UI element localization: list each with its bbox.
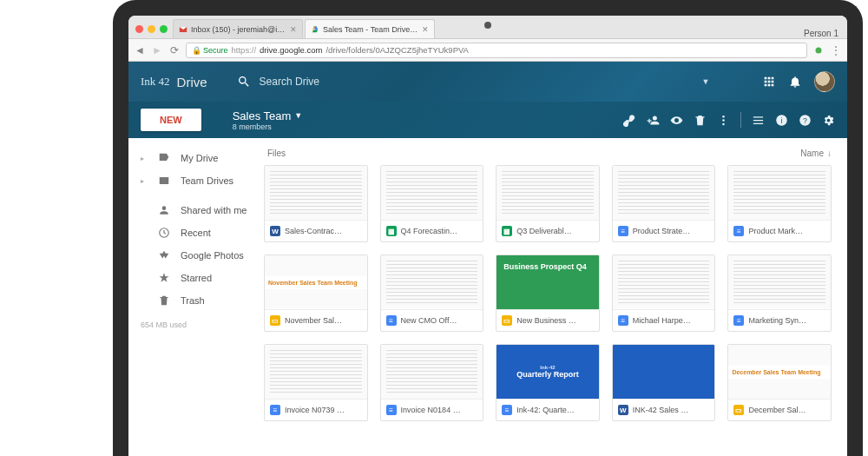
file-card[interactable]: December Sales Team Meeting▭December Sal…: [727, 344, 832, 421]
trash-icon[interactable]: [694, 114, 707, 127]
minimize-window[interactable]: [148, 25, 155, 33]
breadcrumb[interactable]: Sales Team ▼ 8 members: [233, 109, 303, 131]
file-grid: WSales-Contrac…▦Q4 Forecastin…▦Q3 Delive…: [264, 165, 832, 421]
filetype-icon: ≡: [386, 405, 397, 415]
file-thumbnail: [265, 166, 367, 220]
file-card[interactable]: ≡Product Mark…: [727, 165, 832, 242]
lock-icon: 🔒 Secure: [192, 46, 228, 55]
file-caption: ≡Marketing Syn…: [728, 309, 831, 331]
sidebar-item-label: Google Photos: [181, 250, 244, 261]
details-icon[interactable]: i: [775, 114, 788, 127]
brand[interactable]: Ink 42 Drive: [141, 75, 207, 89]
browser-tab-drive[interactable]: Sales Team - Team Drive - Go… ✕: [305, 19, 435, 38]
add-person-icon[interactable]: [647, 114, 660, 127]
search-icon[interactable]: [237, 75, 251, 89]
drive-icon: [311, 25, 319, 34]
file-name: Invoice N0184 …: [401, 406, 461, 414]
sidebar-item-photos[interactable]: Google Photos: [128, 244, 264, 267]
file-card[interactable]: WSales-Contrac…: [264, 165, 368, 242]
file-card[interactable]: ▦Q4 Forecastin…: [380, 165, 484, 242]
search-dropdown-icon[interactable]: ▼: [702, 77, 710, 86]
filetype-icon: ≡: [502, 405, 512, 415]
file-card[interactable]: WINK-42 Sales …: [612, 344, 716, 421]
url-host: drive.google.com: [260, 45, 322, 55]
help-icon[interactable]: ?: [799, 114, 812, 127]
filetype-icon: ≡: [733, 315, 744, 326]
more-icon[interactable]: [717, 114, 730, 127]
search-input[interactable]: [260, 76, 520, 88]
filetype-icon: ≡: [618, 226, 628, 236]
back-button[interactable]: ◄: [134, 44, 146, 56]
storage-usage: 654 MB used: [128, 312, 264, 338]
reload-button[interactable]: ⟳: [168, 44, 181, 56]
file-name: Michael Harpe…: [633, 316, 691, 325]
file-name: New CMO Off…: [401, 316, 457, 325]
star-icon: [158, 272, 170, 284]
file-caption: ▭November Sal…: [265, 309, 367, 331]
file-card[interactable]: ≡Product Strate…: [612, 165, 716, 242]
file-card[interactable]: ≡Marketing Syn…: [727, 254, 832, 332]
file-caption: ≡Invoice N0184 …: [381, 399, 483, 420]
sidebar-item-star[interactable]: Starred: [128, 267, 264, 289]
maximize-window[interactable]: [160, 25, 168, 33]
file-caption: WSales-Contrac…: [265, 220, 367, 241]
file-name: December Sal…: [748, 406, 806, 414]
photos-icon: [158, 249, 170, 261]
sidebar-item-label: Starred: [181, 273, 212, 283]
browser-tab-inbox[interactable]: Inbox (150) - jeremiah@ink-4… ✕: [173, 19, 303, 38]
file-card[interactable]: ≡Michael Harpe…: [612, 254, 716, 332]
file-card[interactable]: November Sales Team Meeting▭November Sal…: [264, 254, 368, 332]
browser-profile[interactable]: Person 1: [804, 27, 844, 38]
file-caption: ▭New Business …: [496, 309, 599, 331]
browser-menu[interactable]: ⋮: [830, 44, 842, 56]
file-card[interactable]: ▦Q3 Deliverabl…: [496, 165, 600, 242]
list-view-icon[interactable]: [752, 114, 765, 127]
forward-button[interactable]: ►: [151, 44, 163, 56]
file-card[interactable]: ≡Invoice N0184 …: [380, 344, 484, 421]
file-thumbnail: [381, 255, 483, 309]
sidebar-item-team[interactable]: ▸Team Drives: [128, 169, 264, 192]
notifications-icon[interactable]: [788, 75, 802, 89]
filetype-icon: W: [618, 405, 628, 415]
chevron-down-icon: ▼: [294, 111, 302, 120]
sidebar-item-clock[interactable]: Recent: [128, 221, 264, 244]
team-icon: [158, 175, 170, 187]
filetype-icon: ▭: [733, 405, 744, 415]
address-bar-row: ◄ ► ⟳ 🔒 Secure https://drive.google.com/…: [128, 38, 847, 61]
new-button[interactable]: NEW: [141, 109, 201, 131]
main-content: Files Name ↓ WSales-Contrac…▦Q4 Forecast…: [264, 138, 847, 456]
toolbar: i ?: [623, 112, 835, 128]
file-thumbnail: [728, 255, 831, 309]
extension-icon[interactable]: [812, 44, 825, 56]
sidebar-item-people[interactable]: Shared with me: [128, 199, 264, 221]
file-thumbnail: [381, 345, 483, 399]
tab-label: Sales Team - Team Drive - Go…: [323, 25, 418, 34]
filetype-icon: ▭: [502, 315, 512, 326]
file-thumbnail: Ink-42Quarterly Report: [496, 345, 599, 399]
file-name: Product Strate…: [633, 227, 691, 235]
file-card[interactable]: Business Prospect Q4▭New Business …: [496, 254, 600, 332]
svg-text:?: ?: [803, 116, 807, 124]
file-card[interactable]: ≡Invoice N0739 …: [264, 344, 368, 421]
window-controls: [132, 25, 173, 38]
close-icon[interactable]: ✕: [422, 25, 429, 34]
file-thumbnail: Business Prospect Q4: [496, 255, 599, 309]
sidebar-item-trash[interactable]: Trash: [128, 289, 264, 312]
filetype-icon: ▦: [502, 226, 512, 236]
close-icon[interactable]: ✕: [290, 25, 297, 34]
apps-icon[interactable]: [762, 75, 776, 89]
file-card[interactable]: Ink-42Quarterly Report≡Ink-42: Quarte…: [496, 344, 600, 421]
filetype-icon: ≡: [733, 226, 744, 236]
file-card[interactable]: ≡New CMO Off…: [380, 254, 484, 332]
preview-icon[interactable]: [670, 114, 683, 127]
user-avatar[interactable]: [814, 71, 835, 92]
close-window[interactable]: [135, 25, 143, 33]
trash-icon: [158, 294, 170, 307]
address-bar[interactable]: 🔒 Secure https://drive.google.com/drive/…: [186, 43, 807, 58]
svg-rect-8: [160, 177, 169, 184]
link-icon[interactable]: [623, 114, 636, 127]
sort-control[interactable]: Name ↓: [800, 149, 832, 158]
settings-icon[interactable]: [822, 114, 835, 127]
sidebar-item-drive[interactable]: ▸My Drive: [128, 147, 264, 169]
filetype-icon: ≡: [618, 315, 628, 326]
